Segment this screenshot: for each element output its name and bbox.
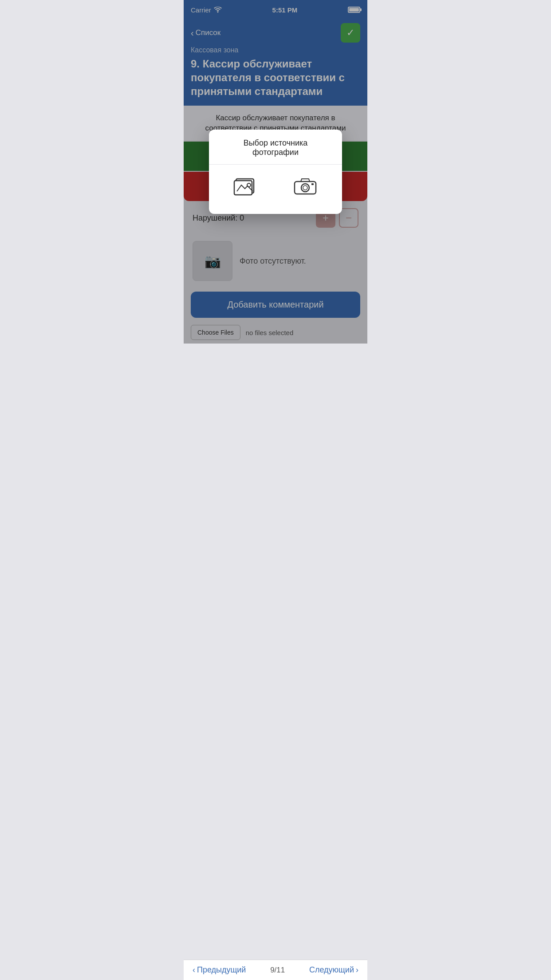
gallery-option-button[interactable] (233, 175, 258, 202)
svg-point-5 (303, 186, 307, 190)
modal-dialog: Выбор источника фотографии (209, 130, 342, 214)
camera-option-button[interactable] (293, 175, 318, 202)
modal-overlay[interactable]: Выбор источника фотографии (184, 0, 367, 344)
modal-options (209, 165, 342, 214)
svg-point-4 (301, 184, 309, 192)
gallery-icon (233, 175, 258, 202)
modal-title: Выбор источника фотографии (220, 138, 331, 157)
svg-rect-6 (311, 183, 314, 185)
camera-icon (293, 175, 318, 202)
modal-title-row: Выбор источника фотографии (209, 130, 342, 165)
